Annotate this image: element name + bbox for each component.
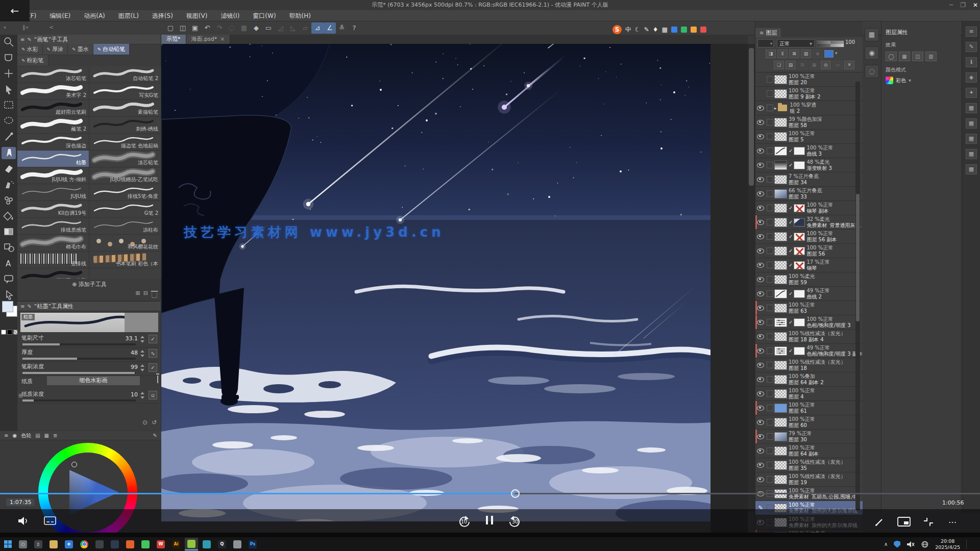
layer-row-色相/饱和度/明度 3[interactable]: ✓100 %正常色相/饱和度/明度 3 bbox=[755, 315, 863, 330]
paper-value-button[interactable]: 细色水彩画 bbox=[47, 376, 140, 385]
brush-超好用云笔刷[interactable]: 超好用云笔刷 bbox=[17, 100, 89, 117]
visibility-eye-icon[interactable] bbox=[757, 334, 764, 339]
layer-row-图层 18 副本 4[interactable]: 100 %线性减淡（发光）图层 18 副本 4 bbox=[755, 330, 863, 344]
menu-7[interactable]: 窗口(W) bbox=[246, 10, 282, 21]
layer-row-图层 4[interactable]: 100 %正常图层 4 bbox=[755, 387, 863, 401]
brush-超好用云笔刷[interactable]: 超好用云笔刷 bbox=[17, 268, 89, 279]
layers-tab[interactable]: ≋图层 bbox=[755, 28, 781, 37]
mini-player-icon[interactable] bbox=[897, 517, 911, 529]
opacity-strip[interactable] bbox=[817, 40, 844, 47]
expand-arrow-icon[interactable]: ▸ bbox=[774, 106, 777, 111]
brush-排线质感笔[interactable]: 排线质感笔 bbox=[17, 218, 89, 235]
visibility-eye-icon[interactable] bbox=[757, 463, 764, 468]
tool-fill-icon[interactable] bbox=[4, 212, 13, 220]
brush-JUJU线 方-倾斜[interactable]: JUJU线 方-倾斜 bbox=[17, 167, 89, 184]
doc-tab-示范*[interactable]: 示范* bbox=[161, 35, 186, 44]
new-layer-icon[interactable]: ❏ bbox=[774, 61, 784, 69]
layer-row-图层 33[interactable]: 66 %正片叠底图层 33 bbox=[755, 187, 863, 201]
visibility-eye-icon[interactable] bbox=[757, 206, 764, 211]
defender-shield-icon[interactable] bbox=[894, 541, 900, 548]
color-history-tab-icon[interactable]: ≣ bbox=[53, 433, 57, 438]
minimize-button[interactable]: ─ bbox=[949, 2, 953, 9]
brush-JUJU线[interactable]: JUJU线 bbox=[17, 184, 89, 201]
menu-1[interactable]: 编辑(E) bbox=[43, 10, 77, 21]
visibility-eye-icon[interactable] bbox=[757, 191, 764, 196]
layer-row-图层 20[interactable]: 100 %正常图层 20 bbox=[755, 72, 863, 87]
brush-棉毛巾布[interactable]: 棉毛巾布 bbox=[17, 235, 89, 252]
toolbox-blue-icon[interactable] bbox=[671, 27, 677, 33]
slider-option-box[interactable]: ▫ bbox=[149, 391, 157, 399]
menu-8[interactable]: 帮助(H) bbox=[283, 10, 317, 21]
crop-icon[interactable]: ▭ bbox=[262, 22, 275, 34]
visibility-eye-icon[interactable] bbox=[757, 448, 764, 454]
new-folder-icon[interactable]: ▤ bbox=[786, 61, 796, 69]
camera-icon[interactable]: ◉ bbox=[865, 46, 879, 60]
subtool-tab-自动铅笔[interactable]: ✎自动铅笔 bbox=[93, 44, 130, 55]
layer-row-图层 56 副本[interactable]: ✓100 %正常图层 56 副本 bbox=[755, 230, 863, 244]
taskbar-photoshop[interactable]: Ps bbox=[246, 538, 259, 550]
brush-竖排线[interactable]: 竖排线 bbox=[17, 252, 89, 268]
visibility-eye-icon[interactable] bbox=[757, 391, 764, 396]
brush-枯墨[interactable]: 枯墨 bbox=[17, 151, 89, 167]
colormode-select[interactable]: 彩色 ▾ bbox=[886, 77, 960, 84]
blend-mode-select[interactable]: 正常 bbox=[777, 39, 815, 47]
tray-chevron-icon[interactable]: ∧ bbox=[884, 541, 888, 547]
brush-凉柱布[interactable]: 凉柱布 bbox=[89, 218, 161, 235]
brush-素描铅笔[interactable]: 素描铅笔 bbox=[89, 100, 161, 117]
layer-row-钢琴 副本[interactable]: ✓100 %正常钢琴 副本 bbox=[755, 201, 863, 215]
undo-icon[interactable]: ↶ bbox=[201, 22, 213, 34]
slider-笔刷尺寸[interactable]: 笔刷尺寸33.1✓ bbox=[20, 333, 158, 347]
forward-30-button[interactable]: 30 bbox=[507, 514, 523, 530]
help-icon[interactable]: ? bbox=[348, 22, 360, 34]
tab-close-icon[interactable]: × bbox=[220, 35, 225, 44]
layer-row-图层 18[interactable]: 100 %线性减淡（发光）图层 18 bbox=[755, 358, 863, 372]
taskbar-udm-paint[interactable] bbox=[185, 538, 198, 550]
visibility-eye-icon[interactable] bbox=[757, 363, 764, 368]
visibility-eye-icon[interactable] bbox=[757, 291, 764, 296]
taskbar-qq-app[interactable]: Q bbox=[215, 538, 229, 550]
layer-row-图层 60[interactable]: 100 %正常图层 60 bbox=[755, 415, 863, 430]
expression-icon[interactable]: ▥ bbox=[925, 52, 937, 61]
visibility-eye-icon[interactable] bbox=[757, 248, 764, 254]
brush-书本笔刷 彩色（本[interactable]: 书本笔刷 彩色（本 bbox=[89, 252, 161, 268]
visibility-eye-icon[interactable] bbox=[757, 177, 764, 182]
extract-line-icon[interactable]: ◫ bbox=[912, 52, 923, 61]
delete-subtool-icon[interactable] bbox=[151, 290, 158, 300]
layer-row-图层 5[interactable]: 100 %正常图层 5 bbox=[755, 130, 863, 144]
visibility-eye-icon[interactable] bbox=[757, 406, 764, 411]
tool-operation-icon[interactable] bbox=[7, 291, 12, 299]
subtool-tab-墨水[interactable]: ✎墨水 bbox=[68, 44, 93, 55]
new-subtool-icon[interactable]: ⊞ bbox=[136, 290, 140, 300]
brush-自动铅笔 2[interactable]: 自动铅笔 2 bbox=[89, 66, 161, 83]
taskbar-app-orange[interactable] bbox=[124, 538, 137, 550]
visibility-eye-icon[interactable] bbox=[757, 220, 764, 225]
toolbox-orange-icon[interactable] bbox=[691, 27, 697, 33]
slider-笔刷浓度[interactable]: 笔刷浓度99✓ bbox=[20, 362, 158, 376]
visibility-eye-icon[interactable] bbox=[757, 348, 764, 354]
tool-property-header[interactable]: ≡ ✎ “枯墨”工具属性 bbox=[17, 302, 161, 311]
video-progress-bar[interactable] bbox=[0, 493, 980, 494]
layer-row-图层 19[interactable]: 100 %线性减淡（发光）图层 19 bbox=[755, 472, 863, 487]
moon-icon[interactable]: ☾ bbox=[635, 26, 641, 33]
color-slider-tab-icon[interactable]: ▦ bbox=[44, 433, 49, 438]
mask-icon[interactable]: ◎ bbox=[821, 61, 831, 69]
tool-figure-icon[interactable] bbox=[5, 244, 14, 252]
menu-5[interactable]: 视图(V) bbox=[180, 10, 214, 21]
tone-effect-icon[interactable]: ▦ bbox=[899, 52, 910, 61]
lock-layer-icon[interactable]: ⊠ bbox=[789, 49, 799, 58]
menu-4[interactable]: 选择(S) bbox=[145, 10, 180, 21]
pause-button[interactable] bbox=[486, 516, 493, 524]
canvas-artwork[interactable] bbox=[161, 44, 710, 521]
main-color-swatch[interactable] bbox=[2, 301, 13, 312]
taskbar-app-teal[interactable] bbox=[200, 538, 213, 550]
collapse-left2-icon[interactable]: ‖« bbox=[22, 24, 29, 31]
color-circle-tab-icon[interactable]: ◉ bbox=[12, 433, 17, 438]
taskbar-wps[interactable]: W bbox=[154, 538, 167, 550]
brush-empty[interactable] bbox=[89, 268, 161, 279]
ime-toolbar[interactable]: S 中 ☾ ✎ ♦ ▦ bbox=[612, 24, 706, 35]
visibility-eye-icon[interactable] bbox=[757, 420, 764, 425]
taskbar-app-grey[interactable] bbox=[231, 538, 244, 550]
layer-row-图层 63[interactable]: 100 %正常图层 63 bbox=[755, 301, 863, 315]
visibility-eye-icon[interactable] bbox=[757, 306, 764, 311]
panel-icon[interactable]: ▦ bbox=[966, 134, 977, 144]
